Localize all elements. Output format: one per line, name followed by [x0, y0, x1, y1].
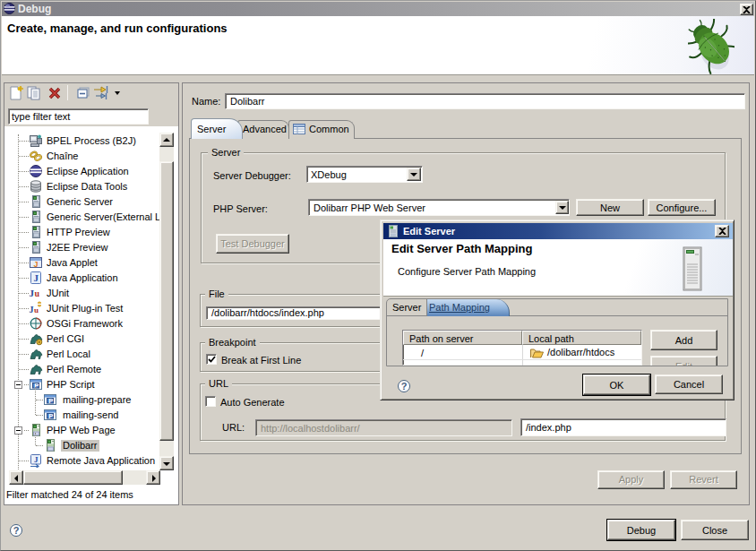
svg-text:u: u	[34, 306, 39, 314]
svg-text:J: J	[34, 455, 39, 464]
svg-text:P: P	[48, 412, 53, 420]
svg-text:J: J	[34, 272, 39, 283]
svg-text:J: J	[30, 305, 34, 314]
svg-text:u: u	[35, 288, 40, 298]
svg-text:J: J	[34, 260, 39, 269]
svg-text:P: P	[48, 397, 53, 405]
